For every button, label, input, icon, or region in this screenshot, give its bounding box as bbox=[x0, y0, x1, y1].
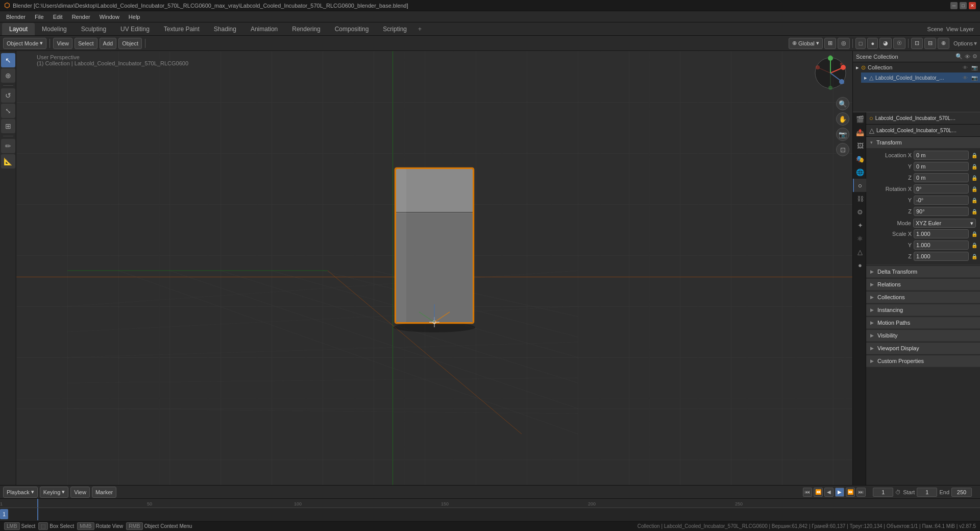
prop-tab-particles[interactable]: ✦ bbox=[853, 219, 866, 232]
delta-transform-header[interactable]: ▶ Delta Transform bbox=[866, 266, 980, 277]
instancing-header[interactable]: ▶ Instancing bbox=[866, 304, 980, 316]
rotation-x-value[interactable]: 0° bbox=[914, 184, 969, 194]
prop-tab-object[interactable]: ○ bbox=[853, 179, 866, 192]
add-menu[interactable]: Add bbox=[100, 38, 117, 49]
material-btn[interactable]: ◕ bbox=[879, 38, 892, 49]
rotation-y-lock[interactable]: 🔒 bbox=[971, 197, 978, 204]
viewport-display-header[interactable]: ▶ Viewport Display bbox=[866, 343, 980, 354]
transform-tool-btn[interactable]: ⊞ bbox=[1, 119, 15, 133]
outliner-options-btn[interactable]: ⚙ bbox=[972, 53, 977, 60]
prop-tab-constraints[interactable]: ⛓ bbox=[853, 192, 866, 205]
scale-y-value[interactable]: 1.000 bbox=[914, 240, 969, 250]
mode-select[interactable]: XYZ Euler ▾ bbox=[913, 219, 976, 228]
minimize-button[interactable]: ─ bbox=[950, 2, 958, 9]
visibility-section[interactable]: ▶ Visibility bbox=[866, 330, 980, 342]
camera-btn[interactable]: 📷 bbox=[836, 128, 849, 141]
scale-x-value[interactable]: 1.000 bbox=[914, 229, 969, 238]
outliner-eye-btn[interactable]: 👁 bbox=[965, 54, 970, 60]
scale-y-lock[interactable]: 🔒 bbox=[971, 242, 978, 249]
scale-x-lock[interactable]: 🔒 bbox=[971, 230, 978, 237]
tab-scripting[interactable]: Scripting bbox=[376, 23, 414, 35]
relations-header[interactable]: ▶ Relations bbox=[866, 279, 980, 290]
prev-frame-btn[interactable]: ⏪ bbox=[814, 488, 823, 497]
prop-tab-physics[interactable]: ⚛ bbox=[853, 232, 866, 245]
location-x-value[interactable]: 0 m bbox=[914, 151, 969, 160]
viewport-display-section[interactable]: ▶ Viewport Display bbox=[866, 343, 980, 354]
location-y-value[interactable]: 0 m bbox=[914, 162, 969, 171]
snap-btn[interactable]: ⊞ bbox=[824, 38, 836, 49]
menu-window[interactable]: Window bbox=[95, 13, 124, 21]
viewport[interactable]: User Perspective (1) Collection | Labcol… bbox=[16, 51, 852, 485]
viewport-shading-btn[interactable]: ⊕ Global ▾ bbox=[789, 38, 823, 49]
prop-tab-scene[interactable]: 🎭 bbox=[853, 152, 866, 165]
timeline-view-menu[interactable]: View bbox=[70, 487, 90, 498]
annotate-tool-btn[interactable]: ✏ bbox=[1, 139, 15, 153]
play-btn[interactable]: ▶ bbox=[835, 488, 844, 497]
outliner-item-0[interactable]: ▸ ⊙ Collection 👁 📷 bbox=[853, 62, 980, 73]
scale-tool-btn[interactable]: ⤡ bbox=[1, 104, 15, 118]
prop-tab-modifiers[interactable]: ⚙ bbox=[853, 205, 866, 219]
xray-btn[interactable]: ⊡ bbox=[911, 38, 923, 49]
close-button[interactable]: ✕ bbox=[969, 2, 976, 9]
scale-z-lock[interactable]: 🔒 bbox=[971, 253, 978, 260]
wire-btn[interactable]: □ bbox=[855, 38, 866, 49]
current-frame-input[interactable]: 1 bbox=[873, 488, 893, 497]
custom-props-header[interactable]: ▶ Custom Properties bbox=[866, 355, 980, 367]
rotation-x-lock[interactable]: 🔒 bbox=[971, 185, 978, 192]
move-tool-btn[interactable]: ⊕ bbox=[1, 68, 15, 83]
cursor-tool-btn[interactable]: ↖ bbox=[1, 53, 15, 67]
perspective-gizmo[interactable]: X Y Z bbox=[813, 55, 848, 91]
tab-texture-paint[interactable]: Texture Paint bbox=[157, 23, 207, 35]
prop-tab-world[interactable]: 🌐 bbox=[853, 165, 866, 179]
render-btn[interactable]: ☉ bbox=[893, 38, 905, 49]
menu-file[interactable]: File bbox=[31, 13, 48, 21]
menu-help[interactable]: Help bbox=[125, 13, 144, 21]
start-frame-input[interactable]: 1 bbox=[917, 488, 937, 497]
playback-menu[interactable]: Playback ▾ bbox=[3, 487, 38, 498]
tab-animation[interactable]: Animation bbox=[243, 23, 285, 35]
rotate-tool-btn[interactable]: ↺ bbox=[1, 88, 15, 103]
delta-transform-section[interactable]: ▶ Delta Transform bbox=[866, 266, 980, 278]
object-mode-dropdown[interactable]: Object Mode ▾ bbox=[3, 38, 46, 49]
location-y-lock[interactable]: 🔒 bbox=[971, 163, 978, 170]
location-x-lock[interactable]: 🔒 bbox=[971, 152, 978, 159]
end-frame-input[interactable]: 250 bbox=[951, 488, 972, 497]
rotation-z-lock[interactable]: 🔒 bbox=[971, 208, 978, 215]
instancing-section[interactable]: ▶ Instancing bbox=[866, 304, 980, 316]
location-z-lock[interactable]: 🔒 bbox=[971, 174, 978, 181]
proportional-btn[interactable]: ◎ bbox=[838, 38, 850, 49]
rotation-z-value[interactable]: 90° bbox=[914, 207, 969, 216]
object-menu[interactable]: Object bbox=[118, 38, 142, 49]
pan-btn[interactable]: ✋ bbox=[836, 112, 849, 126]
tab-modeling[interactable]: Modeling bbox=[35, 23, 74, 35]
collections-section[interactable]: ▶ Collections bbox=[866, 292, 980, 303]
outliner-filter-btn[interactable]: 🔍 bbox=[955, 53, 963, 60]
jump-end-btn[interactable]: ⏭ bbox=[856, 488, 866, 497]
maximize-button[interactable]: □ bbox=[960, 2, 967, 9]
prop-tab-view[interactable]: 🖼 bbox=[853, 139, 866, 152]
visibility-header[interactable]: ▶ Visibility bbox=[866, 330, 980, 341]
jump-start-btn[interactable]: ⏮ bbox=[803, 488, 812, 497]
prop-tab-mesh[interactable]: △ bbox=[853, 245, 866, 258]
play-reverse-btn[interactable]: ◀ bbox=[824, 488, 834, 497]
overlay-btn[interactable]: ⊟ bbox=[924, 38, 936, 49]
tab-rendering[interactable]: Rendering bbox=[285, 23, 327, 35]
prop-tab-render[interactable]: 🎬 bbox=[853, 112, 866, 126]
rotation-y-value[interactable]: -0° bbox=[914, 196, 969, 205]
timeline-ruler-area[interactable]: 1 50 100 150 200 250 1 bbox=[0, 499, 980, 520]
zoom-in-btn[interactable]: 🔍 bbox=[836, 97, 849, 110]
add-workspace-button[interactable]: + bbox=[414, 24, 426, 34]
gizmo-btn[interactable]: ⊕ bbox=[938, 38, 949, 49]
location-z-value[interactable]: 0 m bbox=[914, 173, 969, 182]
collections-header[interactable]: ▶ Collections bbox=[866, 292, 980, 303]
tab-compositing[interactable]: Compositing bbox=[328, 23, 376, 35]
view-menu[interactable]: View bbox=[53, 38, 72, 49]
tab-shading[interactable]: Shading bbox=[207, 23, 243, 35]
prop-tab-material[interactable]: ● bbox=[853, 258, 866, 272]
relations-section[interactable]: ▶ Relations bbox=[866, 279, 980, 291]
next-frame-btn[interactable]: ⏩ bbox=[846, 488, 855, 497]
menu-render[interactable]: Render bbox=[68, 13, 94, 21]
timeline-track[interactable]: 1 bbox=[0, 508, 980, 520]
transform-section-header[interactable]: ▾ Transform bbox=[866, 137, 980, 148]
tab-sculpting[interactable]: Sculpting bbox=[74, 23, 113, 35]
